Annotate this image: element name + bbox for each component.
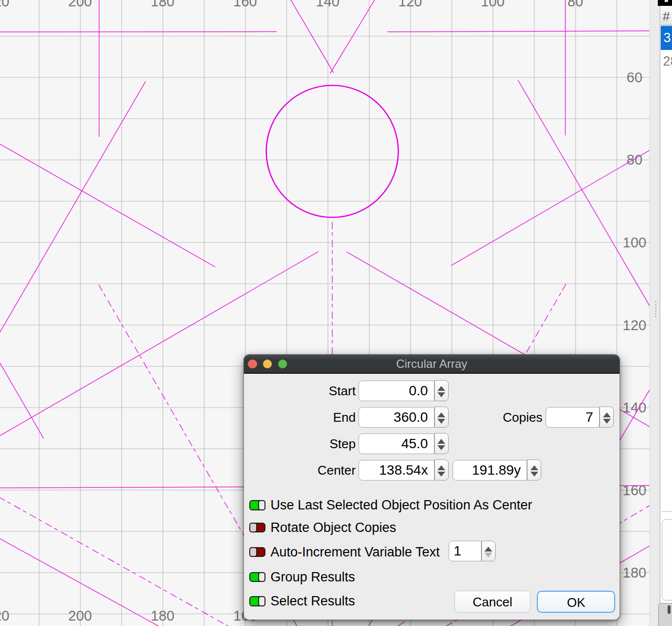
svg-text:200: 200 [68,608,92,624]
svg-text:120: 120 [623,317,646,333]
svg-text:60: 60 [626,70,642,85]
svg-text:100: 100 [481,0,504,9]
svg-text:180: 180 [151,0,174,9]
svg-text:160: 160 [233,0,257,9]
svg-text:220: 220 [0,608,9,624]
svg-text:180: 180 [623,565,646,580]
svg-text:100: 100 [623,235,646,250]
svg-text:180: 180 [151,608,174,624]
svg-text:120: 120 [398,0,422,9]
svg-text:160: 160 [623,482,646,498]
svg-text:80: 80 [626,152,642,168]
svg-text:140: 140 [316,0,339,9]
svg-text:200: 200 [68,0,92,9]
svg-text:80: 80 [567,0,583,9]
svg-text:220: 220 [0,0,9,9]
